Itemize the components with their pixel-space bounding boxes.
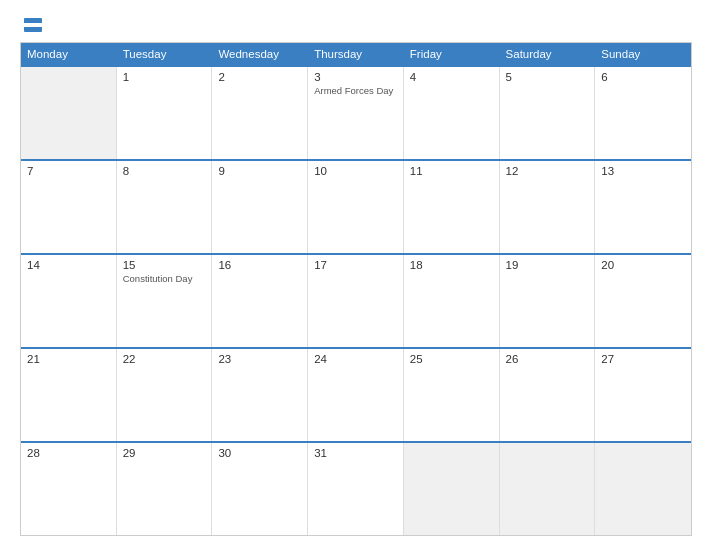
calendar-cell: 13: [595, 161, 691, 253]
holiday-label: Armed Forces Day: [314, 85, 397, 97]
calendar-cell: 20: [595, 255, 691, 347]
calendar-cell: 15Constitution Day: [117, 255, 213, 347]
calendar-cell: 28: [21, 443, 117, 535]
calendar-cell: 2: [212, 67, 308, 159]
calendar-week: 78910111213: [21, 159, 691, 253]
calendar-cell: [21, 67, 117, 159]
calendar-cell: 16: [212, 255, 308, 347]
day-number: 17: [314, 259, 397, 271]
calendar-header-cell: Saturday: [500, 43, 596, 65]
page-header: [20, 18, 692, 32]
day-number: 6: [601, 71, 685, 83]
calendar-cell: 10: [308, 161, 404, 253]
calendar-cell: 5: [500, 67, 596, 159]
calendar-body: 123Armed Forces Day456789101112131415Con…: [21, 65, 691, 535]
logo-flag-icon: [24, 18, 42, 32]
calendar-week: 28293031: [21, 441, 691, 535]
calendar-page: MondayTuesdayWednesdayThursdayFridaySatu…: [0, 0, 712, 550]
calendar-cell: 22: [117, 349, 213, 441]
day-number: 21: [27, 353, 110, 365]
calendar-cell: 25: [404, 349, 500, 441]
calendar-cell: 24: [308, 349, 404, 441]
calendar-week: 21222324252627: [21, 347, 691, 441]
day-number: 13: [601, 165, 685, 177]
day-number: 24: [314, 353, 397, 365]
calendar-cell: 19: [500, 255, 596, 347]
calendar-cell: 14: [21, 255, 117, 347]
day-number: 8: [123, 165, 206, 177]
calendar-header-cell: Friday: [404, 43, 500, 65]
day-number: 3: [314, 71, 397, 83]
day-number: 22: [123, 353, 206, 365]
calendar-cell: 31: [308, 443, 404, 535]
calendar-week: 1415Constitution Day1617181920: [21, 253, 691, 347]
calendar-header-cell: Sunday: [595, 43, 691, 65]
calendar-cell: 26: [500, 349, 596, 441]
calendar-cell: 17: [308, 255, 404, 347]
day-number: 12: [506, 165, 589, 177]
calendar-cell: 27: [595, 349, 691, 441]
day-number: 25: [410, 353, 493, 365]
calendar-header-cell: Wednesday: [212, 43, 308, 65]
holiday-label: Constitution Day: [123, 273, 206, 285]
day-number: 4: [410, 71, 493, 83]
day-number: 1: [123, 71, 206, 83]
calendar-grid: MondayTuesdayWednesdayThursdayFridaySatu…: [20, 42, 692, 536]
day-number: 10: [314, 165, 397, 177]
calendar-cell: 18: [404, 255, 500, 347]
calendar-cell: 21: [21, 349, 117, 441]
calendar-header: MondayTuesdayWednesdayThursdayFridaySatu…: [21, 43, 691, 65]
day-number: 7: [27, 165, 110, 177]
day-number: 30: [218, 447, 301, 459]
calendar-cell: [500, 443, 596, 535]
calendar-header-cell: Tuesday: [117, 43, 213, 65]
day-number: 28: [27, 447, 110, 459]
calendar-cell: 3Armed Forces Day: [308, 67, 404, 159]
calendar-cell: 23: [212, 349, 308, 441]
calendar-cell: 1: [117, 67, 213, 159]
day-number: 16: [218, 259, 301, 271]
day-number: 23: [218, 353, 301, 365]
day-number: 14: [27, 259, 110, 271]
calendar-cell: 4: [404, 67, 500, 159]
calendar-cell: 9: [212, 161, 308, 253]
day-number: 9: [218, 165, 301, 177]
calendar-cell: 8: [117, 161, 213, 253]
calendar-header-cell: Monday: [21, 43, 117, 65]
day-number: 31: [314, 447, 397, 459]
day-number: 29: [123, 447, 206, 459]
day-number: 19: [506, 259, 589, 271]
calendar-cell: 6: [595, 67, 691, 159]
calendar-cell: 7: [21, 161, 117, 253]
day-number: 27: [601, 353, 685, 365]
calendar-cell: 12: [500, 161, 596, 253]
calendar-week: 123Armed Forces Day456: [21, 65, 691, 159]
day-number: 2: [218, 71, 301, 83]
calendar-cell: 29: [117, 443, 213, 535]
day-number: 11: [410, 165, 493, 177]
calendar-header-cell: Thursday: [308, 43, 404, 65]
day-number: 26: [506, 353, 589, 365]
day-number: 15: [123, 259, 206, 271]
calendar-cell: [595, 443, 691, 535]
day-number: 5: [506, 71, 589, 83]
calendar-cell: 30: [212, 443, 308, 535]
day-number: 20: [601, 259, 685, 271]
day-number: 18: [410, 259, 493, 271]
calendar-cell: 11: [404, 161, 500, 253]
calendar-cell: [404, 443, 500, 535]
logo: [20, 18, 42, 32]
